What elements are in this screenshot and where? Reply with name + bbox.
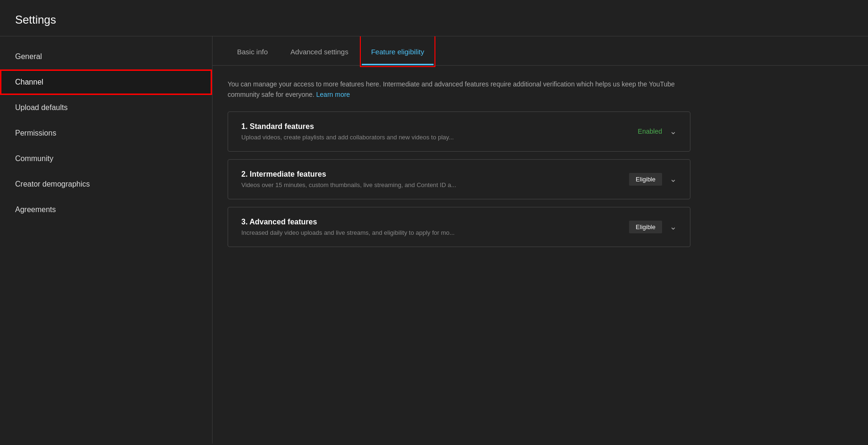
tab-basic-info[interactable]: Basic info	[228, 36, 277, 65]
sidebar-item-creator-demographics[interactable]: Creator demographics	[0, 171, 212, 197]
tab-feature-eligibility[interactable]: Feature eligibility	[362, 36, 434, 65]
sidebar-item-upload-defaults[interactable]: Upload defaults	[0, 95, 212, 120]
sidebar-item-label: Agreements	[15, 205, 56, 214]
tab-label: Feature eligibility	[371, 48, 425, 56]
sidebar: General Channel Upload defaults Permissi…	[0, 36, 213, 444]
feature-card-right-advanced: Eligible ⌄	[629, 221, 677, 233]
status-badge-advanced: Eligible	[629, 221, 662, 233]
sidebar-item-community[interactable]: Community	[0, 146, 212, 171]
feature-card-right-intermediate: Eligible ⌄	[629, 173, 677, 186]
tabs-bar: Basic info Advanced settings Feature eli…	[213, 36, 868, 66]
content-area: You can manage your access to more featu…	[213, 66, 868, 444]
feature-card-standard[interactable]: 1. Standard features Upload videos, crea…	[228, 111, 690, 152]
feature-card-left-standard: 1. Standard features Upload videos, crea…	[241, 122, 627, 141]
learn-more-link[interactable]: Learn more	[316, 91, 350, 98]
feature-desc-standard: Upload videos, create playlists and add …	[241, 134, 627, 141]
description-text: You can manage your access to more featu…	[228, 79, 681, 100]
feature-title-standard: 1. Standard features	[241, 122, 627, 131]
page-title: Settings	[15, 13, 853, 26]
status-badge-intermediate: Eligible	[629, 173, 662, 186]
sidebar-item-channel[interactable]: Channel	[0, 69, 212, 95]
feature-card-intermediate[interactable]: 2. Intermediate features Videos over 15 …	[228, 159, 690, 199]
status-badge-standard: Enabled	[638, 128, 662, 135]
sidebar-item-label: Permissions	[15, 129, 56, 137]
chevron-down-icon: ⌄	[670, 174, 677, 184]
feature-card-advanced[interactable]: 3. Advanced features Increased daily vid…	[228, 207, 690, 247]
feature-desc-intermediate: Videos over 15 minutes, custom thumbnail…	[241, 181, 618, 188]
sidebar-item-label: General	[15, 52, 42, 61]
feature-card-right-standard: Enabled ⌄	[638, 126, 677, 137]
main-layout: General Channel Upload defaults Permissi…	[0, 36, 868, 444]
feature-title-advanced: 3. Advanced features	[241, 218, 618, 226]
sidebar-item-permissions[interactable]: Permissions	[0, 120, 212, 146]
sidebar-item-label: Channel	[15, 78, 43, 86]
main-content: Basic info Advanced settings Feature eli…	[213, 36, 868, 444]
chevron-down-icon: ⌄	[670, 222, 677, 232]
feature-title-intermediate: 2. Intermediate features	[241, 170, 618, 179]
chevron-down-icon: ⌄	[670, 126, 677, 137]
feature-card-left-advanced: 3. Advanced features Increased daily vid…	[241, 218, 618, 236]
sidebar-item-label: Community	[15, 154, 53, 163]
sidebar-item-label: Creator demographics	[15, 180, 90, 188]
tab-advanced-settings[interactable]: Advanced settings	[281, 36, 358, 65]
tab-label: Advanced settings	[290, 48, 349, 56]
sidebar-item-agreements[interactable]: Agreements	[0, 197, 212, 222]
feature-desc-advanced: Increased daily video uploads and live s…	[241, 229, 618, 236]
feature-card-left-intermediate: 2. Intermediate features Videos over 15 …	[241, 170, 618, 188]
sidebar-item-general[interactable]: General	[0, 44, 212, 69]
tab-label: Basic info	[237, 48, 268, 56]
sidebar-item-label: Upload defaults	[15, 103, 68, 112]
page-header: Settings	[0, 0, 868, 36]
